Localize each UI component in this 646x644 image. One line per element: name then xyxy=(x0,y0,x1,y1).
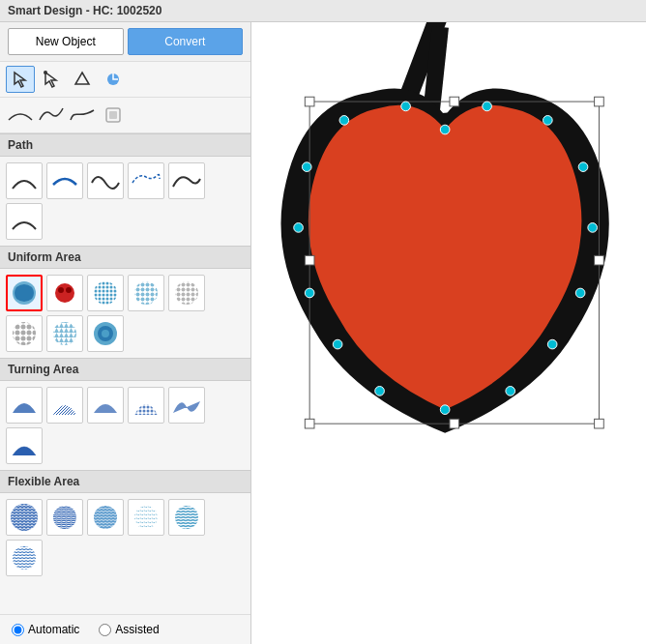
flexible-item-4[interactable] xyxy=(128,499,164,536)
svg-point-22 xyxy=(102,330,109,337)
turning-area-section-header: Turning Area xyxy=(0,358,250,381)
shape-tool-button[interactable] xyxy=(68,66,97,93)
svg-rect-34 xyxy=(305,97,314,106)
svg-point-13 xyxy=(134,281,158,305)
svg-point-44 xyxy=(543,116,553,126)
curve-tool-button[interactable] xyxy=(6,102,35,129)
svg-point-51 xyxy=(375,387,385,396)
toolbar-row-1 xyxy=(0,62,250,98)
assisted-label: Assisted xyxy=(115,623,159,636)
svg-point-48 xyxy=(547,339,557,349)
svg-point-29 xyxy=(175,506,198,529)
svg-point-56 xyxy=(339,116,349,126)
assisted-radio[interactable] xyxy=(99,624,111,636)
svg-point-53 xyxy=(305,288,314,298)
uniform-item-5[interactable] xyxy=(168,275,205,311)
svg-point-0 xyxy=(44,71,47,74)
automatic-radio[interactable] xyxy=(12,624,24,636)
path-item-6[interactable] xyxy=(6,203,43,240)
uniform-item-4[interactable] xyxy=(128,275,164,311)
turning-item-1[interactable] xyxy=(6,387,43,424)
bottom-radio-bar: Automatic Assisted xyxy=(0,614,250,644)
title-text: Smart Design - HC: 1002520 xyxy=(8,4,162,17)
svg-rect-38 xyxy=(450,419,459,428)
svg-point-8 xyxy=(66,287,72,293)
svg-point-55 xyxy=(302,162,311,172)
svg-point-7 xyxy=(58,287,64,293)
wave-tool-button[interactable] xyxy=(37,102,66,129)
svg-point-19 xyxy=(53,322,76,345)
svg-point-49 xyxy=(506,387,515,396)
svg-point-46 xyxy=(588,223,598,233)
flexible-item-5[interactable] xyxy=(168,499,205,536)
svg-point-42 xyxy=(440,125,450,134)
svg-rect-25 xyxy=(11,504,38,531)
svg-rect-35 xyxy=(450,97,459,106)
line-tool-button[interactable] xyxy=(68,102,97,129)
svg-point-26 xyxy=(53,506,76,529)
svg-rect-39 xyxy=(595,419,604,428)
svg-point-27 xyxy=(94,506,117,529)
uniform-item-6[interactable] xyxy=(6,315,43,352)
toolbar-row-2 xyxy=(0,98,250,133)
path-item-2[interactable] xyxy=(46,162,83,199)
svg-point-45 xyxy=(578,162,588,172)
merge-tool-button[interactable] xyxy=(99,102,128,129)
svg-point-43 xyxy=(483,102,492,111)
svg-point-10 xyxy=(94,281,117,305)
svg-point-6 xyxy=(55,283,74,303)
uniform-item-7[interactable] xyxy=(46,315,83,352)
convert-button[interactable]: Convert xyxy=(128,28,244,55)
flexible-item-1[interactable] xyxy=(6,499,43,536)
turning-item-3[interactable] xyxy=(87,387,124,424)
svg-point-50 xyxy=(440,405,450,415)
turning-item-6[interactable] xyxy=(6,427,43,464)
canvas-area[interactable] xyxy=(251,22,646,644)
flexible-item-6[interactable] xyxy=(6,540,43,576)
turning-area-grid xyxy=(0,381,250,470)
uniform-area-section-header: Uniform Area xyxy=(0,246,250,269)
path-item-4[interactable] xyxy=(128,162,164,199)
path-grid xyxy=(0,157,250,246)
flexible-area-grid xyxy=(0,493,250,582)
svg-marker-1 xyxy=(75,73,89,84)
svg-point-15 xyxy=(175,281,198,305)
svg-point-54 xyxy=(294,223,304,233)
uniform-area-grid xyxy=(0,269,250,358)
path-item-3[interactable] xyxy=(87,162,124,199)
fill-tool-button[interactable] xyxy=(99,66,128,93)
svg-rect-37 xyxy=(305,419,314,428)
svg-rect-40 xyxy=(305,255,314,265)
turning-item-2[interactable] xyxy=(46,387,83,424)
svg-point-28 xyxy=(134,506,158,529)
path-item-5[interactable] xyxy=(168,162,205,199)
flexible-item-2[interactable] xyxy=(46,499,83,536)
uniform-item-8[interactable] xyxy=(87,315,124,352)
automatic-radio-label[interactable]: Automatic xyxy=(12,623,79,636)
node-tool-button[interactable] xyxy=(37,66,66,93)
main-container: New Object Convert xyxy=(0,22,646,644)
uniform-item-2[interactable] xyxy=(46,275,83,311)
flexible-item-3[interactable] xyxy=(87,499,124,536)
path-item-1[interactable] xyxy=(6,162,43,199)
path-section-header: Path xyxy=(0,133,250,157)
flexible-area-section-header: Flexible Area xyxy=(0,470,250,493)
left-panel: New Object Convert xyxy=(0,22,251,644)
turning-item-4[interactable] xyxy=(128,387,164,424)
svg-rect-36 xyxy=(595,97,604,106)
top-buttons: New Object Convert xyxy=(0,22,250,62)
svg-point-52 xyxy=(333,339,342,349)
turning-item-5[interactable] xyxy=(168,387,205,424)
assisted-radio-label[interactable]: Assisted xyxy=(99,623,159,636)
title-bar: Smart Design - HC: 1002520 xyxy=(0,0,646,22)
uniform-item-1[interactable] xyxy=(6,275,43,311)
svg-point-47 xyxy=(575,288,585,298)
svg-point-57 xyxy=(401,102,411,111)
new-object-button[interactable]: New Object xyxy=(8,28,124,55)
svg-point-17 xyxy=(13,322,36,345)
svg-rect-4 xyxy=(109,111,117,119)
uniform-item-3[interactable] xyxy=(87,275,124,311)
select-tool-button[interactable] xyxy=(6,66,35,93)
svg-rect-41 xyxy=(595,255,604,265)
svg-point-30 xyxy=(13,546,36,570)
